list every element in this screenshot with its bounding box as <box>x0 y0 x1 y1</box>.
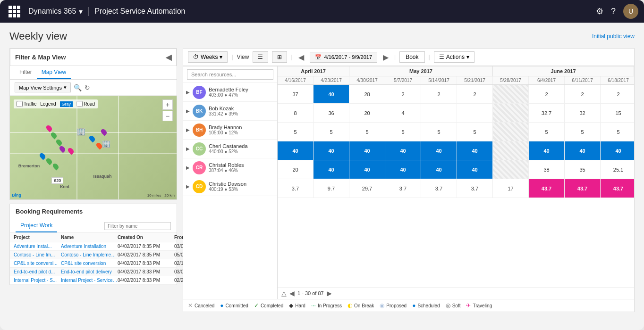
traffic-checkbox[interactable] <box>17 101 23 107</box>
timeline-cell[interactable]: 29.7 <box>349 179 385 198</box>
row-name-link[interactable]: Contoso - Line Implementation <box>61 252 118 257</box>
map-pin-7[interactable] <box>51 163 59 171</box>
actions-button[interactable]: ☰ Actions ▾ <box>434 51 475 63</box>
booking-search-input[interactable] <box>104 222 171 230</box>
timeline-cell[interactable]: 40 <box>349 141 385 160</box>
timeline-cell[interactable]: 3.7 <box>385 179 421 198</box>
resource-expand-icon[interactable]: ▶ <box>186 165 190 170</box>
timeline-cell[interactable]: 5 <box>278 123 314 141</box>
grid-view-button[interactable]: ⊞ <box>272 51 287 63</box>
zoom-out-button[interactable]: − <box>162 111 173 121</box>
row-project-link[interactable]: Contoso - Line Im... <box>14 252 61 257</box>
timeline-cell[interactable]: 15 <box>601 104 634 122</box>
timeline-cell[interactable]: 40 <box>314 85 349 103</box>
timeline-cell[interactable]: 5 <box>529 123 565 141</box>
timeline-cell[interactable]: 4 <box>385 104 421 122</box>
row-project-link[interactable]: Adventure Instal... <box>14 244 61 249</box>
map-search-icon[interactable]: 🔍 <box>74 84 82 91</box>
timeline-cell[interactable]: 2 <box>457 85 493 103</box>
timeline-cell[interactable]: 2 <box>529 85 565 103</box>
user-avatar[interactable]: U <box>623 4 638 19</box>
book-button[interactable]: Book <box>399 51 424 63</box>
timeline-cell[interactable]: 2 <box>421 85 457 103</box>
timeline-cell[interactable]: 2 <box>601 85 634 103</box>
traffic-control[interactable]: Traffic <box>17 101 36 107</box>
resource-name[interactable]: Christal Robles <box>209 162 274 168</box>
resource-expand-icon[interactable]: ▶ <box>186 90 190 95</box>
timeline-cell[interactable]: 40 <box>421 160 457 179</box>
timeline-cell[interactable]: 40 <box>457 160 493 179</box>
next-arrow-button[interactable]: ▶ <box>327 289 332 297</box>
prev-arrow-button[interactable]: ◀ <box>289 289 295 297</box>
row-name-link[interactable]: End-to-end pilot delivery <box>61 269 118 274</box>
timeline-cell[interactable]: 40 <box>278 141 314 160</box>
timeline-cell[interactable]: 28 <box>349 85 385 103</box>
map-pin-1[interactable] <box>45 124 53 132</box>
timeline-cell[interactable]: 5 <box>314 123 349 141</box>
resource-name[interactable]: Bob Kozak <box>209 106 274 111</box>
row-project-link[interactable]: CP&L site conversi... <box>14 261 61 266</box>
timeline-cell[interactable]: 40 <box>349 160 385 179</box>
waffle-menu[interactable] <box>6 3 23 20</box>
legend-control[interactable]: Legend <box>40 101 56 107</box>
timeline-cell[interactable]: 25.1 <box>601 160 634 179</box>
timeline-cell[interactable]: 35 <box>565 160 601 179</box>
zoom-in-button[interactable]: + <box>162 99 173 110</box>
settings-icon[interactable]: ⚙ <box>596 6 603 16</box>
row-project-link[interactable]: Internal Project - S... <box>14 278 61 283</box>
timeline-cell[interactable]: 40 <box>529 141 565 160</box>
timeline-cell[interactable]: 40 <box>385 160 421 179</box>
project-work-tab[interactable]: Project Work <box>16 219 57 232</box>
road-control[interactable]: Road <box>76 101 95 107</box>
timeline-cell[interactable]: 40 <box>457 141 493 160</box>
row-name-link[interactable]: Internal Project - Service Proce... <box>61 278 118 283</box>
timeline-cell[interactable]: 40 <box>565 141 601 160</box>
timeline-cell[interactable]: 20 <box>278 160 314 179</box>
timeline-cell[interactable]: 2 <box>385 85 421 103</box>
map-view-tab[interactable]: Map View <box>37 66 71 79</box>
timeline-cell[interactable]: 5 <box>601 123 634 141</box>
map-pin-9[interactable] <box>88 134 96 142</box>
next-period-button[interactable]: ▶ <box>381 53 390 62</box>
timeline-cell[interactable]: 5 <box>565 123 601 141</box>
timeline-cell[interactable]: 32 <box>565 104 601 122</box>
timeline-cell[interactable]: 37 <box>278 85 314 103</box>
map-settings-button[interactable]: Map View Settings ▾ <box>15 82 71 92</box>
timeline-cell[interactable]: 40 <box>314 160 349 179</box>
timeline-cell[interactable]: 40 <box>601 141 634 160</box>
prev-page-button[interactable]: △ <box>281 289 287 297</box>
row-name-link[interactable]: Adventure Installation <box>61 244 118 249</box>
gray-button[interactable]: Gray <box>60 101 73 107</box>
resource-name[interactable]: Brady Hannon <box>209 124 274 130</box>
weeks-dropdown[interactable]: ⏱ Weeks ▾ <box>188 51 228 63</box>
resource-search-input[interactable] <box>187 69 273 80</box>
map-pin-3[interactable] <box>55 139 63 147</box>
timeline-cell[interactable]: 3.7 <box>457 179 493 198</box>
timeline-cell[interactable]: 5 <box>385 123 421 141</box>
timeline-cell[interactable]: 20 <box>349 104 385 122</box>
collapse-button[interactable]: ◀ <box>166 53 171 62</box>
timeline-cell[interactable]: 5 <box>421 123 457 141</box>
map-pin-6[interactable] <box>45 157 53 165</box>
timeline-cell[interactable]: 43.7 <box>565 179 601 198</box>
help-icon[interactable]: ? <box>611 7 616 16</box>
timeline-cell[interactable]: 43.7 <box>601 179 634 198</box>
prev-period-button[interactable]: ◀ <box>297 53 306 62</box>
timeline-cell[interactable]: 40 <box>421 141 457 160</box>
initial-view-link[interactable]: Initial public view <box>592 33 635 40</box>
timeline-cell[interactable]: 9.7 <box>314 179 349 198</box>
filter-tab[interactable]: Filter <box>15 66 37 79</box>
timeline-cell[interactable]: 43.7 <box>529 179 565 198</box>
resource-expand-icon[interactable]: ▶ <box>186 146 190 151</box>
timeline-cell[interactable]: 3.7 <box>421 179 457 198</box>
resource-name[interactable]: Cheri Castaneda <box>209 143 274 149</box>
map-pin-10[interactable] <box>100 128 108 136</box>
timeline-cell[interactable]: 32.7 <box>529 104 565 122</box>
timeline-cell[interactable]: 17 <box>493 179 529 198</box>
timeline-cell[interactable]: 40 <box>314 141 349 160</box>
timeline-cell[interactable]: 5 <box>349 123 385 141</box>
timeline-cell[interactable]: 2 <box>565 85 601 103</box>
list-view-button[interactable]: ☰ <box>253 51 268 63</box>
timeline-cell[interactable]: 5 <box>457 123 493 141</box>
resource-expand-icon[interactable]: ▶ <box>186 108 190 114</box>
